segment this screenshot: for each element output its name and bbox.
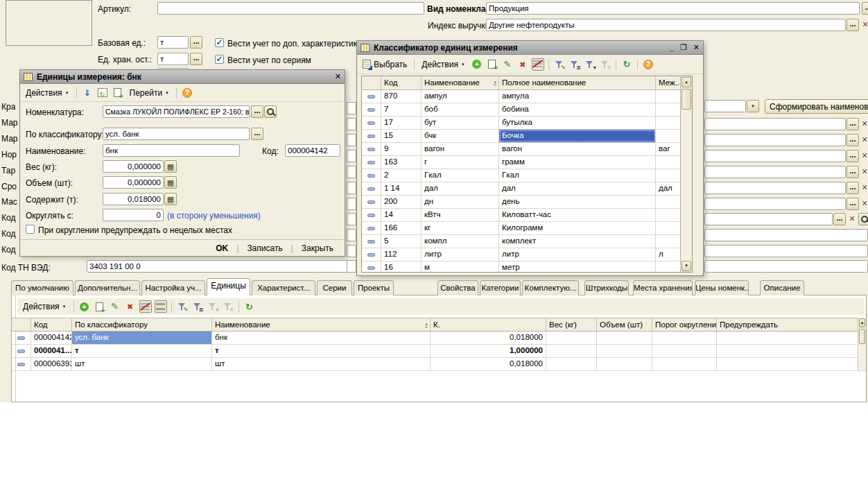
- copy-button[interactable]: [112, 87, 124, 99]
- cell-classifier[interactable]: т: [72, 345, 212, 357]
- tab-nastroyka-ucheta[interactable]: Настройка уч...: [141, 280, 205, 295]
- cell-code[interactable]: 870: [381, 90, 422, 103]
- cell-name[interactable]: ампул: [422, 90, 499, 103]
- delete-button[interactable]: [124, 300, 137, 313]
- cell-code[interactable]: 200: [381, 196, 422, 208]
- filter-off-button[interactable]: ✕: [222, 300, 234, 313]
- cell-code[interactable]: 9: [381, 143, 422, 155]
- right-field-1-select-button[interactable]: [847, 118, 859, 130]
- cell-warn[interactable]: [717, 358, 859, 370]
- cell-code[interactable]: 5: [381, 235, 422, 248]
- filter-sort-button[interactable]: ✎: [553, 58, 566, 71]
- base-unit-input[interactable]: т: [157, 36, 189, 49]
- tab-serii[interactable]: Серии: [317, 280, 352, 295]
- cell-intl[interactable]: [656, 103, 682, 116]
- right-field-code-select-button[interactable]: [833, 213, 846, 225]
- cell-intl[interactable]: дал: [656, 182, 682, 195]
- cell-name[interactable]: м: [422, 261, 499, 273]
- cell-code[interactable]: 14: [381, 209, 422, 221]
- right-field-code-search-button[interactable]: [858, 213, 868, 225]
- refresh-button[interactable]: [620, 58, 633, 71]
- filter-history-button[interactable]: ▾: [584, 58, 596, 71]
- cell-full[interactable]: Гкал: [499, 169, 656, 182]
- cell-code[interactable]: 1 14: [381, 182, 422, 195]
- classifier-dialog-titlebar[interactable]: Классификатор единиц измерения: [357, 41, 703, 55]
- cell-intl[interactable]: [656, 261, 682, 273]
- toggle-deleted-button[interactable]: [139, 300, 152, 313]
- table-row[interactable]: 2ГкалГкал: [362, 169, 692, 182]
- table-row-selected[interactable]: 15бчкБочка: [362, 130, 692, 143]
- cell-classifier[interactable]: шт: [72, 358, 212, 370]
- refresh-button[interactable]: [243, 300, 256, 313]
- right-field-1[interactable]: [704, 118, 846, 130]
- actions-menu-button[interactable]: Действия: [20, 300, 69, 313]
- right-field-code[interactable]: [704, 213, 833, 225]
- cell-intl[interactable]: [656, 209, 682, 221]
- classifier-select-button[interactable]: [251, 128, 263, 140]
- revenue-index-input[interactable]: Другие нефтепродукты: [486, 19, 846, 31]
- artikul-input[interactable]: [157, 2, 424, 15]
- vertical-scrollbar[interactable]: ▲ ▼: [680, 76, 692, 272]
- header-name[interactable]: Наименование: [422, 76, 499, 89]
- cell-intl[interactable]: [656, 156, 682, 169]
- edit-button[interactable]: [109, 300, 121, 313]
- tab-kharakteristiki[interactable]: Характерист...: [252, 280, 315, 295]
- cell-code[interactable]: 163: [381, 156, 422, 169]
- right-field-8[interactable]: [704, 245, 868, 257]
- field-fragment[interactable]: [347, 166, 356, 178]
- toggle-deleted-button[interactable]: [532, 58, 544, 71]
- header-marker[interactable]: [12, 318, 31, 331]
- tab-opisanie[interactable]: Описание: [760, 280, 804, 295]
- tab-mesta-khraneniya[interactable]: Места хранения: [633, 280, 693, 295]
- header-intl[interactable]: Меж...: [656, 76, 682, 89]
- round-warn-checkbox[interactable]: [26, 225, 35, 234]
- cell-name[interactable]: компл: [422, 235, 499, 248]
- base-unit-select-button[interactable]: [190, 36, 202, 49]
- edit-button[interactable]: [501, 58, 514, 71]
- header-threshold[interactable]: Порог округления: [652, 318, 717, 331]
- right-field-1-clear-icon[interactable]: [860, 118, 868, 130]
- ok-button[interactable]: OK: [211, 243, 232, 253]
- cell-k[interactable]: 0,018000: [431, 332, 546, 344]
- cell-intl[interactable]: [656, 90, 682, 103]
- table-row[interactable]: 870ампулампула: [362, 90, 692, 103]
- cell-full[interactable]: день: [499, 196, 656, 208]
- cell-weight[interactable]: [546, 332, 597, 344]
- cell-volume[interactable]: [597, 345, 652, 357]
- tab-proekty[interactable]: Проекты: [354, 280, 394, 295]
- cell-code[interactable]: 2: [381, 169, 422, 182]
- contains-input[interactable]: 0,018000: [103, 193, 164, 205]
- volume-calc-button[interactable]: [164, 176, 177, 189]
- cell-intl[interactable]: [656, 222, 682, 234]
- field-fragment[interactable]: [347, 229, 356, 241]
- tab-komplektuyushchie[interactable]: Комплектую...: [522, 280, 579, 295]
- field-fragment[interactable]: [347, 198, 356, 210]
- tnved-input[interactable]: 3403 191 00 0: [87, 260, 361, 273]
- right-field-2-clear-icon[interactable]: [860, 134, 868, 146]
- cell-intl[interactable]: л: [656, 248, 682, 261]
- maximize-icon[interactable]: [680, 43, 687, 52]
- tab-po-umolchaniyu[interactable]: По умолчанию: [11, 280, 73, 295]
- cell-intl[interactable]: [656, 169, 682, 182]
- header-fullname[interactable]: Полное наименование: [499, 76, 656, 89]
- cell-name[interactable]: Гкал: [422, 169, 499, 182]
- scroll-down-icon[interactable]: ▼: [682, 261, 691, 271]
- right-field-6-select-button[interactable]: [847, 198, 859, 210]
- track-characteristics-checkbox[interactable]: [215, 38, 224, 47]
- tab-dopolnitelnye[interactable]: Дополнительн...: [75, 280, 140, 295]
- tab-edinitsy[interactable]: Единицы: [207, 278, 250, 295]
- right-field-6[interactable]: [704, 198, 846, 210]
- cell-name[interactable]: кг: [422, 222, 499, 234]
- cell-full[interactable]: вагон: [499, 143, 656, 155]
- volume-input[interactable]: 0,000000: [103, 176, 164, 189]
- header-k[interactable]: К.: [431, 318, 546, 331]
- cell-code[interactable]: 000004142: [31, 332, 72, 344]
- cell-full[interactable]: грамм: [499, 156, 656, 169]
- write-button[interactable]: Записать: [243, 243, 286, 253]
- right-field-9[interactable]: [704, 260, 868, 273]
- scroll-up-icon[interactable]: ▲: [682, 77, 691, 87]
- cell-k[interactable]: 0,018000: [431, 358, 546, 370]
- actions-menu-button[interactable]: Действия: [23, 87, 72, 99]
- cell-threshold[interactable]: [652, 332, 717, 344]
- cell-name[interactable]: дал: [422, 182, 499, 195]
